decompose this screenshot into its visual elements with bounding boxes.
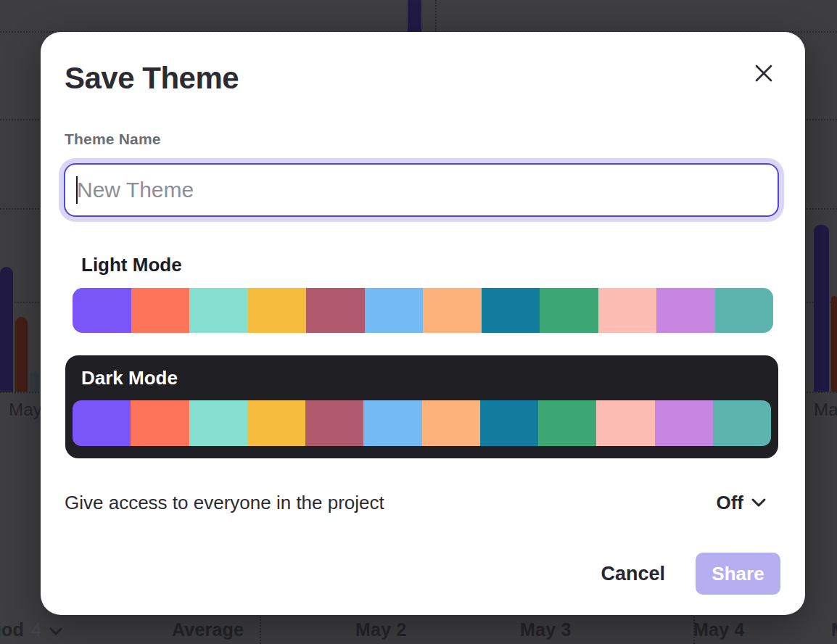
bar-group-label: May xyxy=(9,400,42,420)
period-selector[interactable]: Period 4 xyxy=(0,619,63,640)
color-swatch xyxy=(247,400,305,446)
color-swatch xyxy=(422,400,480,446)
color-swatch xyxy=(715,288,774,333)
save-theme-dialog: Save Theme Theme Name Light Mode Dark Mo… xyxy=(41,32,805,615)
close-button[interactable] xyxy=(753,63,775,85)
color-swatch xyxy=(596,400,654,446)
period-number: 4 xyxy=(31,619,41,640)
chart-bar xyxy=(831,296,837,392)
color-swatch xyxy=(540,288,598,333)
access-label: Give access to everyone in the project xyxy=(65,492,384,514)
dialog-actions: Cancel Share xyxy=(601,553,780,595)
access-dropdown[interactable]: Off xyxy=(716,492,767,514)
color-swatch xyxy=(189,288,248,333)
chart-bar xyxy=(15,317,28,392)
period-label: Period xyxy=(0,619,24,640)
color-swatch xyxy=(713,400,771,446)
color-swatch xyxy=(306,288,365,333)
chevron-down-icon xyxy=(49,619,63,640)
color-swatch xyxy=(365,288,424,333)
color-swatch xyxy=(655,400,713,446)
chevron-down-icon xyxy=(751,497,767,510)
theme-name-input[interactable] xyxy=(64,163,779,217)
color-swatch xyxy=(482,288,540,333)
color-swatch xyxy=(131,400,189,446)
access-value: Off xyxy=(716,492,743,514)
color-swatch xyxy=(656,288,715,333)
chart-bar xyxy=(0,267,13,392)
text-caret xyxy=(76,176,78,204)
color-swatch xyxy=(538,400,596,446)
light-mode-palette xyxy=(73,288,773,333)
chart-bar xyxy=(408,0,421,32)
light-mode-label: Light Mode xyxy=(81,254,182,276)
color-swatch xyxy=(363,400,421,446)
axis-label-average: Average xyxy=(172,619,244,640)
chart-bar xyxy=(30,372,39,392)
axis-label-may5: May 5 xyxy=(831,619,837,640)
bar-group-label: May xyxy=(814,400,837,420)
color-swatch xyxy=(73,400,131,446)
axis-label-may3: May 3 xyxy=(520,619,571,640)
color-swatch xyxy=(423,288,482,333)
gridline xyxy=(260,613,261,644)
color-swatch xyxy=(131,288,190,333)
share-button[interactable]: Share xyxy=(696,553,780,595)
dark-mode-panel: Dark Mode xyxy=(65,355,778,458)
dialog-title: Save Theme xyxy=(65,61,239,96)
chart-bar xyxy=(814,225,829,392)
theme-name-label: Theme Name xyxy=(65,131,161,148)
dark-mode-label: Dark Mode xyxy=(81,367,178,389)
color-swatch xyxy=(248,288,307,333)
axis-label-may4: May 4 xyxy=(693,619,744,640)
color-swatch xyxy=(480,400,538,446)
color-swatch xyxy=(305,400,363,446)
gridline xyxy=(435,0,437,32)
close-icon xyxy=(754,63,774,86)
axis-label-may2: May 2 xyxy=(355,619,406,640)
cancel-button[interactable]: Cancel xyxy=(601,563,665,585)
color-swatch xyxy=(598,288,657,333)
dark-mode-palette xyxy=(73,400,771,446)
color-swatch xyxy=(189,400,247,446)
color-swatch xyxy=(73,288,131,333)
